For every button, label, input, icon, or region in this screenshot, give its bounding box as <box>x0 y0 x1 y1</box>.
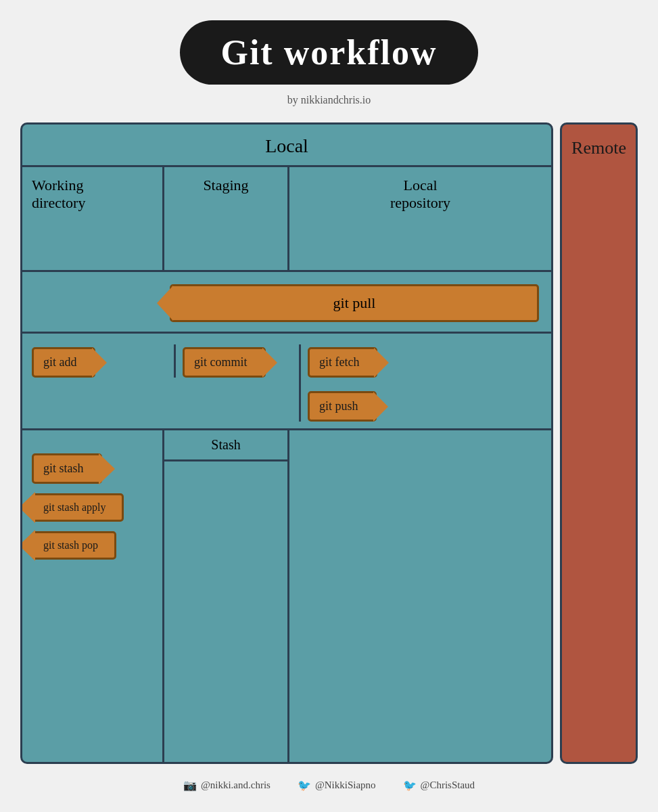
footer: 📷 @nikki.and.chris 🐦 @NikkiSiapno 🐦 @Chr… <box>183 779 475 792</box>
local-title: Local <box>22 125 551 167</box>
twitter-handle-1: @NikkiSiapno <box>315 780 376 791</box>
footer-instagram: 📷 @nikki.and.chris <box>183 779 271 792</box>
footer-twitter1: 🐦 @NikkiSiapno <box>298 779 376 792</box>
bottom-section: git stash git stash apply git stash pop <box>22 428 551 762</box>
working-directory-header: Workingdirectory <box>22 167 164 270</box>
git-add-button: git add <box>32 347 95 378</box>
stash-label: Stash <box>164 430 287 461</box>
local-repo-bottom <box>289 430 551 762</box>
git-push-button: git push <box>308 391 377 422</box>
page-title: Git workflow <box>220 33 437 72</box>
remote-box: Remote <box>560 122 638 764</box>
stash-inner <box>164 461 287 762</box>
local-box: Local Workingdirectory Staging Localrepo… <box>20 122 553 764</box>
diagram-wrapper: Local Workingdirectory Staging Localrepo… <box>20 122 638 764</box>
staging-header: Staging <box>164 167 289 270</box>
git-pull-arrow: git pull <box>170 284 539 322</box>
git-commit-button: git commit <box>183 347 266 378</box>
instagram-icon: 📷 <box>183 779 197 792</box>
git-fetch-button: git fetch <box>308 347 377 378</box>
footer-twitter2: 🐦 @ChrisStaud <box>403 779 475 792</box>
twitter-icon-1: 🐦 <box>298 779 311 792</box>
working-dir-bottom: git stash git stash apply git stash pop <box>22 430 164 762</box>
git-stash-button: git stash <box>32 453 102 484</box>
stash-area: Stash <box>164 430 289 762</box>
local-repository-header: Localrepository <box>289 167 551 270</box>
main-card: Git workflow by nikkiandchris.io Local W… <box>0 0 658 812</box>
columns-header: Workingdirectory Staging Localrepository <box>22 167 551 272</box>
instagram-handle: @nikki.and.chris <box>201 780 271 791</box>
git-stash-pop-button: git stash pop <box>32 531 116 560</box>
title-pill: Git workflow <box>180 20 477 85</box>
git-stash-apply-button: git stash apply <box>32 493 124 522</box>
cmd-col-localrepo: git fetch git push <box>299 344 542 422</box>
twitter-handle-2: @ChrisStaud <box>421 780 475 791</box>
cmd-col-staging: git commit <box>174 344 299 378</box>
git-pull-row: git pull <box>22 272 551 334</box>
subtitle: by nikkiandchris.io <box>287 94 371 106</box>
remote-title: Remote <box>571 138 626 158</box>
cmd-col-working: git add <box>32 344 174 378</box>
twitter-icon-2: 🐦 <box>403 779 417 792</box>
commands-row: git add git commit git <box>22 334 551 428</box>
